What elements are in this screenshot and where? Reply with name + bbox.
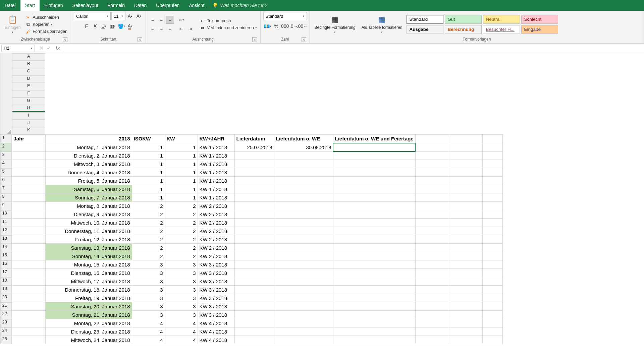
cell-J12[interactable]: [449, 227, 482, 235]
cell-J3[interactable]: [449, 152, 482, 160]
cell-B23[interactable]: Montag, 22. Januar 2018: [45, 319, 132, 327]
cell-D1[interactable]: KW: [165, 134, 198, 143]
cell-G19[interactable]: [274, 286, 333, 294]
fx-icon[interactable]: fx: [54, 45, 62, 51]
cell-K21[interactable]: [482, 302, 502, 311]
cell-J20[interactable]: [449, 294, 482, 302]
cell-E25[interactable]: KW 4 / 2018: [198, 336, 234, 344]
style-ausgabe[interactable]: Ausgabe: [407, 25, 443, 34]
row-header-4[interactable]: 4: [0, 160, 12, 168]
cell-H2[interactable]: [333, 143, 415, 152]
cell-F3[interactable]: [234, 152, 274, 160]
tab-seitenlayout[interactable]: Seitenlayout: [68, 0, 103, 11]
cell-C21[interactable]: 3: [132, 302, 165, 311]
cell-J8[interactable]: [449, 193, 482, 202]
paste-button[interactable]: 📋 Einfügen ▾: [3, 14, 22, 35]
cell-C5[interactable]: 1: [132, 168, 165, 177]
cell-E5[interactable]: KW 1 / 2018: [198, 168, 234, 177]
cell-G17[interactable]: [274, 269, 333, 277]
cell-C1[interactable]: ISOKW: [132, 134, 165, 143]
align-left-button[interactable]: ≡: [149, 25, 157, 33]
font-launcher[interactable]: ↘: [138, 37, 142, 42]
orientation-button[interactable]: ⤬▾: [177, 16, 185, 24]
cell-D23[interactable]: 4: [165, 319, 198, 327]
formula-input[interactable]: [62, 45, 644, 52]
cell-A24[interactable]: [12, 327, 45, 336]
cell-K10[interactable]: [482, 210, 502, 219]
decrease-font-button[interactable]: A▾: [135, 12, 143, 20]
cell-A8[interactable]: [12, 193, 45, 202]
row-header-17[interactable]: 17: [0, 269, 12, 277]
cell-C4[interactable]: 1: [132, 160, 165, 168]
cell-H7[interactable]: [333, 185, 415, 193]
tab-start[interactable]: Start: [20, 0, 40, 11]
cell-G24[interactable]: [274, 327, 333, 336]
cell-C10[interactable]: 2: [132, 210, 165, 219]
cell-D7[interactable]: 1: [165, 185, 198, 193]
align-top-button[interactable]: ≡: [149, 16, 157, 24]
cell-I16[interactable]: [415, 260, 449, 269]
decrease-decimal-button[interactable]: .00←: [299, 22, 307, 30]
cell-J14[interactable]: [449, 244, 482, 252]
cell-C7[interactable]: 1: [132, 185, 165, 193]
cell-A15[interactable]: [12, 252, 45, 260]
cell-H4[interactable]: [333, 160, 415, 168]
cell-A17[interactable]: [12, 269, 45, 277]
cell-C16[interactable]: 3: [132, 260, 165, 269]
cell-I7[interactable]: [415, 185, 449, 193]
cell-H1[interactable]: Lieferdatum o. WE und Feiertage: [333, 134, 415, 143]
row-header-19[interactable]: 19: [0, 286, 12, 294]
cell-J11[interactable]: [449, 219, 482, 227]
cell-K18[interactable]: [482, 277, 502, 286]
italic-button[interactable]: K: [91, 22, 99, 30]
cell-B4[interactable]: Mittwoch, 3. Januar 2018: [45, 160, 132, 168]
row-header-7[interactable]: 7: [0, 185, 12, 193]
cell-D14[interactable]: 2: [165, 244, 198, 252]
cell-J4[interactable]: [449, 160, 482, 168]
cell-K2[interactable]: [482, 143, 502, 152]
cell-B18[interactable]: Mittwoch, 17. Januar 2018: [45, 277, 132, 286]
cell-B25[interactable]: Mittwoch, 24. Januar 2018: [45, 336, 132, 344]
cell-C13[interactable]: 2: [132, 235, 165, 244]
cell-H8[interactable]: [333, 193, 415, 202]
cell-E3[interactable]: KW 1 / 2018: [198, 152, 234, 160]
align-launcher[interactable]: ↘: [252, 37, 257, 42]
cell-D18[interactable]: 3: [165, 277, 198, 286]
cell-I8[interactable]: [415, 193, 449, 202]
cell-H24[interactable]: [333, 327, 415, 336]
cell-E19[interactable]: KW 3 / 2018: [198, 286, 234, 294]
cell-H25[interactable]: [333, 336, 415, 344]
cell-D11[interactable]: 2: [165, 219, 198, 227]
cell-D2[interactable]: 1: [165, 143, 198, 152]
cell-A4[interactable]: [12, 160, 45, 168]
bold-button[interactable]: F: [83, 22, 91, 30]
row-header-23[interactable]: 23: [0, 319, 12, 327]
cell-F8[interactable]: [234, 193, 274, 202]
col-header-A[interactable]: A: [12, 53, 46, 61]
cell-G20[interactable]: [274, 294, 333, 302]
cell-A9[interactable]: [12, 202, 45, 210]
cell-C17[interactable]: 3: [132, 269, 165, 277]
cell-J18[interactable]: [449, 277, 482, 286]
cell-A13[interactable]: [12, 235, 45, 244]
cell-E14[interactable]: KW 2 / 2018: [198, 244, 234, 252]
copy-button[interactable]: ⧉Kopieren ▾: [24, 21, 68, 27]
cell-K20[interactable]: [482, 294, 502, 302]
cell-A11[interactable]: [12, 219, 45, 227]
row-header-16[interactable]: 16: [0, 260, 12, 269]
cell-E9[interactable]: KW 2 / 2018: [198, 202, 234, 210]
cell-J1[interactable]: [449, 134, 482, 143]
cell-A1[interactable]: Jahr: [12, 134, 45, 143]
increase-indent-button[interactable]: ⇥: [186, 25, 194, 33]
cell-K12[interactable]: [482, 227, 502, 235]
cell-E2[interactable]: KW 1 / 2018: [198, 143, 234, 152]
cell-B9[interactable]: Montag, 8. Januar 2018: [45, 202, 132, 210]
fill-color-button[interactable]: 🪣▾: [117, 22, 125, 30]
cell-J24[interactable]: [449, 327, 482, 336]
cancel-formula-button[interactable]: ✕: [38, 45, 44, 51]
cell-H17[interactable]: [333, 269, 415, 277]
row-header-25[interactable]: 25: [0, 336, 12, 344]
cell-C12[interactable]: 2: [132, 227, 165, 235]
cell-A18[interactable]: [12, 277, 45, 286]
cell-H3[interactable]: [333, 152, 415, 160]
